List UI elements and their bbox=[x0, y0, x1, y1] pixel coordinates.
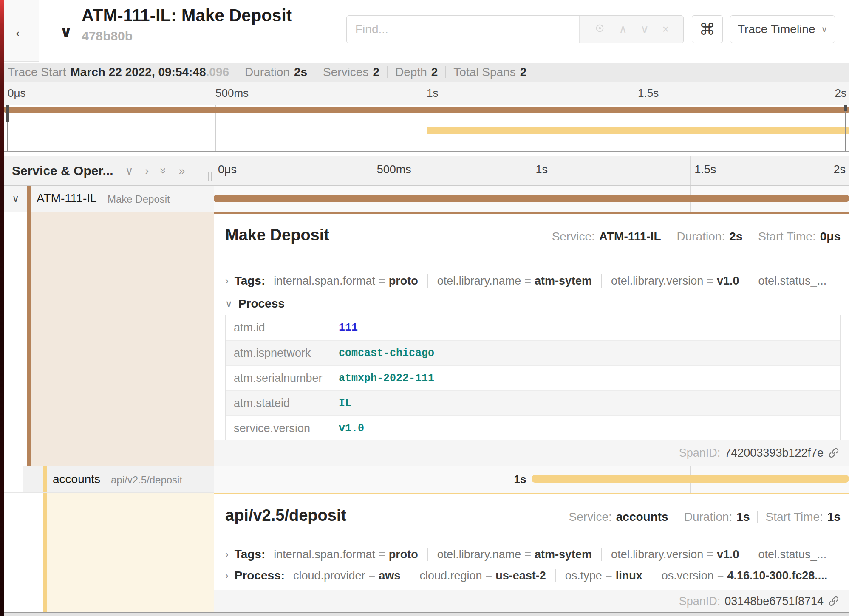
process-value: v1.0 bbox=[339, 422, 364, 435]
process-value: 111 bbox=[339, 322, 358, 334]
back-button[interactable]: ← bbox=[4, 0, 39, 62]
trace-summary-bar: Trace Start March 22 2022, 09:54:48 .096… bbox=[4, 63, 849, 82]
span-bar-accounts[interactable] bbox=[532, 475, 849, 483]
divider bbox=[750, 231, 750, 242]
keyboard-shortcuts-button[interactable]: ⌘ bbox=[692, 15, 723, 43]
tag-value: 4.16.10-300.fc28.... bbox=[727, 569, 828, 582]
app-container: ← ∨ ATM-111-IL: Make Deposit 478b80b ∧ ∨… bbox=[4, 0, 849, 616]
tag-value: linux bbox=[616, 569, 642, 582]
services-label: Services bbox=[323, 65, 368, 79]
tag-key: internal.span.format bbox=[274, 274, 375, 288]
span-row-accounts-label-cell[interactable]: accounts api/v2.5/deposit bbox=[4, 466, 214, 493]
tag-key: os.version bbox=[662, 569, 714, 582]
process-label: Process bbox=[238, 297, 285, 311]
equals-sign: = bbox=[369, 569, 376, 582]
span-id-footer: SpanID: 742003393b122f7e bbox=[214, 440, 849, 466]
equals-sign: = bbox=[379, 548, 385, 561]
process-value: IL bbox=[339, 397, 351, 410]
clear-find-icon[interactable]: × bbox=[662, 24, 669, 35]
timeline-axis: 0μs 500ms 1s 1.5s 2s bbox=[214, 156, 849, 185]
tags-row[interactable]: › Tags: internal.span.format = proto ote… bbox=[225, 545, 841, 564]
span-row-accounts[interactable]: accounts api/v2.5/deposit 1s bbox=[4, 466, 849, 493]
tag-value: atm-sytem bbox=[535, 274, 592, 288]
span-id-label: SpanID: bbox=[679, 595, 721, 608]
process-key: atm.serialnumber bbox=[226, 372, 339, 385]
span-title: api/v2.5/deposit bbox=[225, 506, 346, 525]
span-guideline bbox=[27, 212, 31, 466]
header: ← ∨ ATM-111-IL: Make Deposit 478b80b ∧ ∨… bbox=[4, 0, 849, 63]
collapse-span-icon[interactable]: ∨ bbox=[12, 192, 20, 204]
chevron-right-icon[interactable]: › bbox=[225, 570, 229, 582]
double-chevron-right-icon[interactable]: » bbox=[179, 165, 185, 176]
locate-match-icon[interactable] bbox=[594, 23, 606, 36]
services-value: 2 bbox=[373, 65, 379, 79]
process-row[interactable]: › Process: cloud.provider = aws cloud.re… bbox=[225, 566, 841, 585]
span-bar-atm[interactable] bbox=[214, 195, 849, 202]
divider bbox=[315, 66, 315, 78]
trace-minimap[interactable] bbox=[4, 105, 849, 152]
process-toggle-row[interactable]: ∨ Process bbox=[225, 294, 841, 314]
process-table: atm.id 111 atm.ispnetwork comcast-chicag… bbox=[225, 315, 841, 441]
axis-tick: 1.5s bbox=[694, 163, 716, 176]
tag: os.version = 4.16.10-300.fc28.... bbox=[652, 569, 828, 582]
minimap-right-scrubber[interactable] bbox=[844, 105, 847, 111]
bottom-edge bbox=[4, 612, 849, 616]
tag-truncated: otel.status_... bbox=[749, 274, 827, 288]
total-spans-value: 2 bbox=[520, 65, 527, 79]
operation-name: api/v2.5/deposit bbox=[111, 474, 182, 486]
tag: otel.library.name = atm-sytem bbox=[427, 548, 592, 561]
process-key: atm.ispnetwork bbox=[226, 347, 339, 360]
next-match-icon[interactable]: ∨ bbox=[640, 24, 649, 35]
link-icon[interactable] bbox=[828, 595, 840, 607]
tags-row[interactable]: › Tags: internal.span.format = proto ote… bbox=[225, 271, 841, 291]
chevron-right-icon[interactable]: › bbox=[225, 549, 229, 560]
trace-id: 478b80b bbox=[82, 29, 133, 43]
chevron-down-icon[interactable]: ∨ bbox=[225, 298, 232, 310]
find-input[interactable] bbox=[347, 16, 579, 43]
equals-sign: = bbox=[606, 569, 612, 582]
tag-key: os.type bbox=[565, 569, 602, 582]
equals-sign: = bbox=[524, 274, 531, 288]
trace-start-ms: .096 bbox=[206, 65, 229, 79]
axis-tick: 500ms bbox=[377, 163, 411, 176]
minimap-tick: 500ms bbox=[215, 87, 249, 100]
divider bbox=[669, 231, 669, 242]
depth-value: 2 bbox=[431, 65, 438, 79]
start-time-label: Start Time: bbox=[765, 510, 823, 524]
table-row: atm.id 111 bbox=[226, 315, 840, 340]
equals-sign: = bbox=[379, 274, 385, 288]
find-control: ∧ ∨ × bbox=[346, 15, 684, 43]
tag: otel.library.name = atm-sytem bbox=[427, 274, 592, 288]
collapse-all-icon[interactable]: ∨ bbox=[125, 165, 133, 176]
service-label: Service: bbox=[552, 230, 595, 243]
span-row-atm[interactable]: ∨ ATM-111-IL Make Deposit bbox=[4, 186, 849, 212]
trace-collapse-icon[interactable]: ∨ bbox=[59, 22, 73, 41]
equals-sign: = bbox=[707, 274, 713, 288]
indent-cell bbox=[4, 466, 23, 492]
span-row-atm-label-cell[interactable]: ∨ ATM-111-IL Make Deposit bbox=[4, 186, 214, 212]
column-resize-handle[interactable] bbox=[208, 172, 212, 181]
double-chevron-down-icon[interactable]: » bbox=[158, 168, 169, 174]
span-id-value: 03148be6751f8714 bbox=[724, 595, 824, 608]
tag-truncated: otel.status_... bbox=[749, 548, 827, 561]
duration-value: 1s bbox=[736, 510, 750, 524]
view-selector-dropdown[interactable]: Trace Timeline ∨ bbox=[730, 15, 835, 43]
chevron-right-icon[interactable]: › bbox=[225, 275, 229, 287]
divider bbox=[225, 262, 841, 262]
span-detail-atm: Make Deposit Service: ATM-111-IL Duratio… bbox=[4, 212, 849, 466]
minimap-left-scrubber[interactable] bbox=[6, 105, 9, 122]
detail-left-column bbox=[4, 212, 214, 466]
equals-sign: = bbox=[707, 548, 713, 561]
duration-label: Duration: bbox=[677, 230, 725, 243]
column-title: Service & Oper... bbox=[12, 164, 113, 178]
link-icon[interactable] bbox=[828, 447, 840, 459]
jaeger-trace-view: ← ∨ ATM-111-IL: Make Deposit 478b80b ∧ ∨… bbox=[0, 0, 849, 616]
window-edge bbox=[0, 0, 4, 616]
minimap-tick: 2s bbox=[835, 87, 846, 100]
trace-start-label: Trace Start bbox=[8, 65, 66, 79]
prev-match-icon[interactable]: ∧ bbox=[619, 24, 627, 35]
tag-key: cloud.provider bbox=[293, 569, 365, 582]
span-meta: Service: ATM-111-IL Duration: 2s Start T… bbox=[552, 230, 841, 243]
page-title: ATM-111-IL: Make Deposit bbox=[82, 6, 292, 25]
expand-one-icon[interactable]: › bbox=[145, 165, 149, 176]
